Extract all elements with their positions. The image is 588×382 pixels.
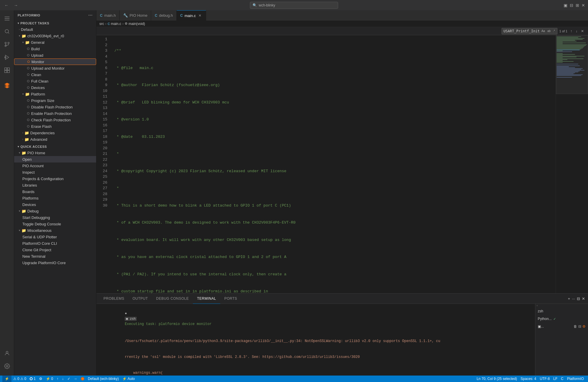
activity-account[interactable] bbox=[1, 347, 13, 359]
code-editor[interactable]: 12345 678910 1112131415 1617181920 21222… bbox=[96, 35, 556, 293]
qa-boards[interactable]: Boards bbox=[14, 188, 96, 195]
section-quick-access[interactable]: ▾ QUICK ACCESS bbox=[14, 144, 96, 150]
qa-platformio-cli[interactable]: PlatformIO Core CLI bbox=[14, 240, 96, 247]
status-position[interactable]: Ln 70, Col 9 (25 selected) bbox=[475, 376, 519, 382]
panel-tab-terminal[interactable]: TERMINAL bbox=[193, 294, 220, 304]
qa-libraries[interactable]: Libraries bbox=[14, 182, 96, 188]
nav-back-button[interactable]: ← bbox=[3, 2, 10, 8]
task-default[interactable]: › Default bbox=[14, 26, 96, 33]
status-encoding[interactable]: UTF-8 bbox=[538, 376, 552, 382]
status-pio-monitor[interactable] bbox=[79, 376, 86, 382]
status-arrow[interactable]: → bbox=[72, 376, 79, 382]
panel-more-icon[interactable]: ··· bbox=[572, 296, 575, 301]
qa-upgrade-core[interactable]: Upgrade PlatformIO Core bbox=[14, 259, 96, 266]
panel-tab-problems[interactable]: PROBLEMS bbox=[99, 294, 128, 304]
activity-explorer[interactable] bbox=[1, 13, 13, 24]
status-default-env[interactable]: Default (wch-blinky) bbox=[86, 376, 121, 382]
panel-add-icon[interactable]: + bbox=[568, 296, 570, 301]
qa-pio-home[interactable]: ▾ 📁 PIO Home bbox=[14, 150, 96, 156]
find-icon-aa[interactable]: Aa bbox=[541, 29, 545, 33]
find-prev-button[interactable]: ↑ bbox=[569, 29, 573, 33]
sidebar-more-icon[interactable]: ··· bbox=[88, 13, 93, 18]
window-controls[interactable]: ▣ ⊟ ⊞ ✕ bbox=[564, 3, 585, 8]
nav-forward-button[interactable]: → bbox=[12, 2, 19, 8]
qa-open[interactable]: Open bbox=[14, 156, 96, 162]
qa-platforms[interactable]: Platforms bbox=[14, 195, 96, 201]
qa-projects-config[interactable]: Projects & Configuration bbox=[14, 175, 96, 182]
task-check-flash[interactable]: Check Flash Protection bbox=[14, 117, 96, 123]
activity-settings[interactable] bbox=[1, 360, 13, 372]
panel-move-icon[interactable]: ⊟ bbox=[577, 296, 580, 301]
tab-main-h[interactable]: C main.h bbox=[96, 10, 120, 21]
activity-run-debug[interactable] bbox=[1, 51, 13, 63]
terminal-split-icon[interactable]: ⊟ bbox=[578, 324, 581, 329]
status-upload[interactable]: ↑ bbox=[55, 376, 60, 382]
qa-clone-git[interactable]: Clone Git Project bbox=[14, 247, 96, 253]
terminal-shell-misc[interactable]: ▣... 🗑 ⊟ ⚙ bbox=[535, 323, 588, 330]
terminal-trash-icon[interactable]: 🗑 bbox=[574, 324, 577, 329]
task-build[interactable]: Build bbox=[14, 46, 96, 52]
task-general[interactable]: ▾ 📁 General bbox=[14, 39, 96, 46]
terminal-content[interactable]: ● ▣ zsh Executing task: platformio devic… bbox=[96, 304, 535, 376]
activity-extensions[interactable] bbox=[1, 64, 13, 76]
task-disable-flash[interactable]: Disable Flash Protection bbox=[14, 104, 96, 110]
task-advanced[interactable]: › 📁 Advanced bbox=[14, 136, 96, 143]
qa-pio-account[interactable]: PIO Account bbox=[14, 162, 96, 169]
qa-new-terminal[interactable]: New Terminal bbox=[14, 253, 96, 259]
breadcrumb-src[interactable]: src bbox=[99, 22, 104, 26]
task-monitor[interactable]: Monitor bbox=[14, 58, 96, 65]
task-upload[interactable]: Upload bbox=[14, 52, 96, 58]
status-auto[interactable]: ⚡ Auto bbox=[121, 376, 136, 382]
task-upload-monitor[interactable]: Upload and Monitor bbox=[14, 65, 96, 71]
status-signal[interactable]: ⚡ 0 bbox=[44, 376, 55, 382]
task-ch32v003[interactable]: ▾ 📁 ch32v003f4p6_evt_r0 bbox=[14, 33, 96, 39]
task-enable-flash[interactable]: Enable Flash Protection bbox=[14, 110, 96, 117]
minimize-icon[interactable]: ⊟ bbox=[570, 3, 573, 8]
find-icon-regex[interactable]: .* bbox=[552, 29, 556, 33]
qa-start-debugging[interactable]: Start Debugging bbox=[14, 214, 96, 221]
task-full-clean[interactable]: Full Clean bbox=[14, 78, 96, 84]
tab-pio-home[interactable]: 🔧 PIO Home bbox=[120, 10, 151, 21]
breadcrumb-file[interactable]: Cmain.c bbox=[108, 22, 121, 26]
panel-close-icon[interactable]: ✕ bbox=[582, 296, 585, 301]
tab-debug-h[interactable]: C debug.h bbox=[151, 10, 177, 21]
status-pio-icon[interactable]: 1 bbox=[28, 376, 37, 382]
task-devices[interactable]: Devices bbox=[14, 84, 96, 91]
panel-tab-output[interactable]: OUTPUT bbox=[128, 294, 152, 304]
qa-serial-plotter[interactable]: Serial & UDP Plotter bbox=[14, 234, 96, 240]
task-platform[interactable]: ▾ 📁 Platform bbox=[14, 91, 96, 97]
status-platformio-label[interactable]: PlatformIO bbox=[565, 376, 586, 382]
activity-source-control[interactable] bbox=[1, 38, 13, 50]
task-erase-flash[interactable]: Erase Flash bbox=[14, 123, 96, 130]
terminal-settings-icon[interactable]: ⚙ bbox=[582, 324, 586, 329]
maximize-icon[interactable]: ⊞ bbox=[576, 3, 579, 8]
nav-buttons[interactable]: ← → bbox=[3, 2, 19, 8]
qa-misc[interactable]: ▾ 📁 Miscellaneous bbox=[14, 227, 96, 234]
code-content[interactable]: /** * @file main.c * @author Florian Sch… bbox=[110, 35, 556, 293]
sidebar-scroll[interactable]: ▾ PROJECT TASKS › Default ▾ 📁 ch32v003f4… bbox=[14, 20, 96, 376]
activity-platformio[interactable] bbox=[1, 80, 13, 91]
qa-inspect[interactable]: Inspect bbox=[14, 169, 96, 175]
status-errors[interactable]: ⚠ 0 ⚠ 0 bbox=[11, 376, 28, 382]
status-language[interactable]: C bbox=[559, 376, 565, 382]
section-project-tasks[interactable]: ▾ PROJECT TASKS bbox=[14, 20, 96, 26]
breadcrumb-function[interactable]: ⚙main(void) bbox=[125, 22, 145, 26]
layout-icon[interactable]: ▣ bbox=[564, 3, 567, 8]
panel-tab-debug-console[interactable]: DEBUG CONSOLE bbox=[152, 294, 193, 304]
task-program-size[interactable]: Program Size bbox=[14, 97, 96, 104]
task-clean[interactable]: Clean bbox=[14, 71, 96, 78]
panel-tab-ports[interactable]: PORTS bbox=[220, 294, 241, 304]
qa-devices[interactable]: Devices bbox=[14, 201, 96, 208]
close-icon[interactable]: ✕ bbox=[582, 3, 585, 8]
terminal-shell-python[interactable]: Python... ✓ bbox=[535, 315, 588, 323]
status-download[interactable]: ↓ bbox=[60, 376, 66, 382]
find-close-button[interactable]: ✕ bbox=[580, 29, 585, 33]
tab-main-c[interactable]: C main.c ✕ bbox=[177, 10, 206, 21]
status-spaces[interactable]: Spaces: 4 bbox=[519, 376, 538, 382]
qa-debug[interactable]: ▾ 📁 Debug bbox=[14, 208, 96, 214]
status-eol[interactable]: LF bbox=[552, 376, 559, 382]
qa-toggle-debug[interactable]: Toggle Debug Console bbox=[14, 221, 96, 227]
task-dependencies[interactable]: › 📁 Dependencies bbox=[14, 130, 96, 136]
status-sync-icon[interactable]: ⚙ bbox=[37, 376, 44, 382]
status-check[interactable]: ✓ bbox=[66, 376, 72, 382]
